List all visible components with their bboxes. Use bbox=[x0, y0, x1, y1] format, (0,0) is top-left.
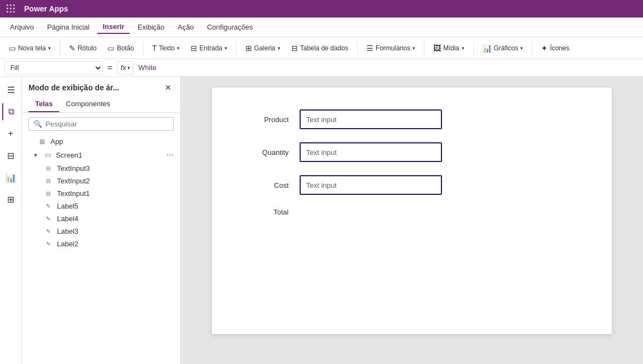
tree-item-label3[interactable]: ✎ Label3 bbox=[22, 225, 180, 238]
label2-icon: ✎ bbox=[46, 241, 55, 247]
search-box: 🔍 bbox=[28, 117, 174, 131]
form-row-total: Total bbox=[245, 208, 579, 216]
settings-icon: ⊞ bbox=[7, 194, 14, 205]
tree-item-app[interactable]: ⊞ App bbox=[22, 135, 180, 148]
textinput2-label: TextInput2 bbox=[57, 177, 174, 185]
textinput1-icon: ⊟ bbox=[46, 190, 55, 197]
sidebar-icons: ☰ ⧉ + ⊟ 📊 ⊞ bbox=[0, 77, 22, 364]
toolbar-sep-5 bbox=[424, 42, 424, 55]
tree-item-label4[interactable]: ✎ Label4 bbox=[22, 212, 180, 225]
nova-tela-button[interactable]: ▭ Nova tela ▾ bbox=[4, 42, 55, 55]
formula-bar: Fill = fx ▾ White bbox=[0, 59, 643, 77]
formula-value[interactable]: White bbox=[136, 63, 158, 72]
sidebar-icon-settings[interactable]: ⊞ bbox=[2, 190, 20, 208]
app-title: Power Apps bbox=[24, 4, 68, 13]
analytics-icon: 📊 bbox=[5, 172, 16, 183]
search-input[interactable] bbox=[45, 120, 169, 128]
sidebar-icon-analytics[interactable]: 📊 bbox=[2, 169, 20, 186]
fx-button[interactable]: fx ▾ bbox=[117, 61, 134, 74]
data-icon: ⊟ bbox=[7, 151, 14, 161]
formularios-button[interactable]: ☰ Formulários ▾ bbox=[362, 42, 420, 55]
menu-icon: ☰ bbox=[7, 85, 15, 95]
screen1-expand-icon[interactable]: ▼ bbox=[33, 152, 38, 158]
menu-pagina-inicial[interactable]: Página Inicial bbox=[42, 21, 95, 33]
label3-label: Label3 bbox=[57, 227, 174, 235]
fill-select[interactable]: Fill bbox=[4, 61, 103, 74]
chevron-down-icon: ▾ bbox=[127, 65, 130, 71]
textinput1-label: TextInput1 bbox=[57, 189, 174, 198]
menu-arquivo[interactable]: Arquivo bbox=[4, 21, 39, 33]
screen-icon: ▭ bbox=[45, 151, 54, 159]
tabela-icon: ⊟ bbox=[291, 44, 298, 53]
total-label: Total bbox=[245, 208, 289, 216]
label4-label: Label4 bbox=[57, 215, 174, 223]
entrada-button[interactable]: ⊟ Entrada ▾ bbox=[186, 42, 232, 55]
title-bar: Power Apps bbox=[0, 0, 643, 18]
form-row-quantity: Quantity bbox=[245, 142, 579, 162]
form-row-product: Product bbox=[245, 109, 579, 129]
menu-bar: Arquivo Página Inicial Inserir Exibição … bbox=[0, 18, 643, 37]
toolbar-sep-7 bbox=[532, 42, 532, 55]
equals-sign: = bbox=[105, 63, 114, 73]
toolbar-sep-4 bbox=[357, 42, 358, 55]
sidebar-icon-menu[interactable]: ☰ bbox=[2, 81, 20, 99]
quantity-input[interactable] bbox=[300, 142, 442, 162]
tree-content: ⊞ App ▼ ▭ Screen1 ··· ⊟ TextInput3 ⊟ Tex… bbox=[22, 135, 180, 364]
tree-item-label5[interactable]: ✎ Label5 bbox=[22, 200, 180, 212]
screen1-more-button[interactable]: ··· bbox=[167, 150, 174, 160]
label2-label: Label2 bbox=[57, 240, 174, 248]
tabela-dados-button[interactable]: ⊟ Tabela de dados bbox=[287, 42, 353, 55]
graficos-icon: 📊 bbox=[483, 44, 492, 53]
tab-telas[interactable]: Telas bbox=[28, 96, 59, 112]
fx-label: fx bbox=[120, 63, 126, 72]
screen1-label: Screen1 bbox=[56, 151, 164, 159]
midia-button[interactable]: 🖼 Mídia ▾ bbox=[429, 42, 468, 55]
icones-button[interactable]: ✦ Ícones bbox=[537, 42, 573, 55]
tree-item-textinput1[interactable]: ⊟ TextInput1 bbox=[22, 187, 180, 200]
toolbar: ▭ Nova tela ▾ ✎ Rótulo ▭ Botão T Texto ▾… bbox=[0, 37, 643, 59]
close-panel-button[interactable]: ✕ bbox=[163, 82, 174, 93]
tree-item-textinput2[interactable]: ⊟ TextInput2 bbox=[22, 175, 180, 187]
menu-acao[interactable]: Ação bbox=[172, 21, 199, 33]
label5-label: Label5 bbox=[57, 202, 174, 210]
menu-inserir[interactable]: Inserir bbox=[97, 20, 130, 34]
tab-componentes[interactable]: Componentes bbox=[59, 96, 117, 112]
add-icon: + bbox=[8, 129, 13, 138]
label5-icon: ✎ bbox=[46, 203, 55, 209]
layers-icon: ⧉ bbox=[8, 107, 14, 117]
toolbar-sep-1 bbox=[60, 42, 60, 55]
rotulo-icon: ✎ bbox=[69, 44, 76, 53]
main-layout: ☰ ⧉ + ⊟ 📊 ⊞ Modo de exibição de ár... ✕ … bbox=[0, 77, 643, 364]
label3-icon: ✎ bbox=[46, 228, 55, 234]
tree-panel-header: Modo de exibição de ár... ✕ bbox=[22, 77, 180, 96]
toolbar-sep-6 bbox=[473, 42, 474, 55]
quantity-label: Quantity bbox=[245, 148, 289, 157]
tree-item-label2[interactable]: ✎ Label2 bbox=[22, 238, 180, 250]
canvas-area: Product Quantity Cost Total bbox=[181, 77, 643, 364]
tree-item-textinput3[interactable]: ⊟ TextInput3 bbox=[22, 162, 180, 175]
nova-tela-icon: ▭ bbox=[9, 44, 16, 53]
product-input[interactable] bbox=[300, 109, 442, 129]
tree-tabs: Telas Componentes bbox=[22, 96, 180, 113]
sidebar-icon-layers[interactable]: ⧉ bbox=[2, 103, 20, 120]
galeria-icon: ⊞ bbox=[245, 44, 252, 53]
texto-button[interactable]: T Texto ▾ bbox=[148, 42, 184, 55]
formularios-icon: ☰ bbox=[366, 44, 374, 53]
tree-panel: Modo de exibição de ár... ✕ Telas Compon… bbox=[22, 77, 181, 364]
textinput3-icon: ⊟ bbox=[46, 165, 55, 171]
sidebar-icon-data[interactable]: ⊟ bbox=[2, 147, 20, 164]
texto-icon: T bbox=[152, 44, 157, 53]
cost-label: Cost bbox=[245, 181, 289, 189]
menu-exibicao[interactable]: Exibição bbox=[132, 21, 170, 33]
rotulo-button[interactable]: ✎ Rótulo bbox=[65, 42, 101, 55]
canvas-screen: Product Quantity Cost Total bbox=[212, 88, 612, 334]
menu-configuracoes[interactable]: Configurações bbox=[202, 21, 259, 33]
cost-input[interactable] bbox=[300, 175, 442, 195]
botao-button[interactable]: ▭ Botão bbox=[103, 42, 138, 55]
galeria-button[interactable]: ⊞ Galeria ▾ bbox=[241, 42, 285, 55]
graficos-button[interactable]: 📊 Gráficos ▾ bbox=[478, 42, 528, 55]
tree-item-screen1[interactable]: ▼ ▭ Screen1 ··· bbox=[22, 148, 180, 162]
product-label: Product bbox=[245, 115, 289, 124]
app-label: App bbox=[50, 137, 174, 146]
sidebar-icon-add[interactable]: + bbox=[2, 125, 20, 142]
